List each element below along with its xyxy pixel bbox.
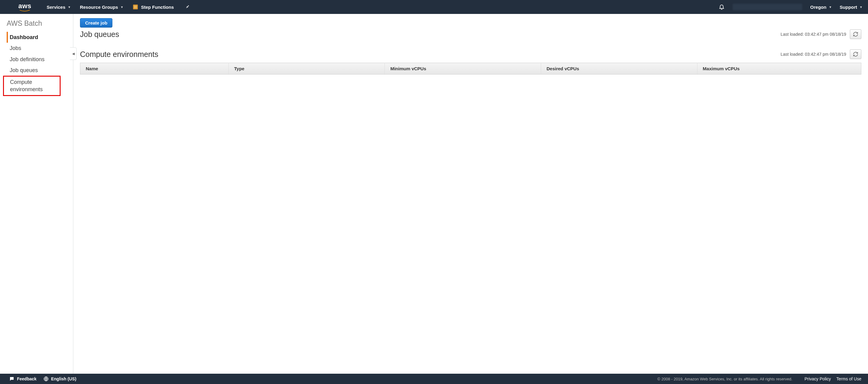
create-job-button[interactable]: Create job <box>80 18 113 28</box>
compute-environments-heading: Compute environments <box>80 50 158 59</box>
refresh-job-queues-button[interactable] <box>850 29 861 39</box>
footer: Feedback English (US) © 2008 - 2019, Ama… <box>0 374 868 384</box>
feedback-link[interactable]: Feedback <box>9 376 37 382</box>
account-name-obscured[interactable] <box>733 4 802 10</box>
feedback-label: Feedback <box>17 377 37 381</box>
services-menu[interactable]: Services ▼ <box>46 4 71 10</box>
col-maximum-vcpus[interactable]: Maximum vCPUs <box>697 63 861 74</box>
terms-of-use-link[interactable]: Terms of Use <box>836 377 861 381</box>
aws-logo-text: aws <box>18 3 31 9</box>
pinned-service-step-functions[interactable]: Step Functions <box>132 4 174 10</box>
region-menu[interactable]: Oregon ▼ <box>810 4 832 10</box>
aws-smile-icon <box>18 10 32 11</box>
pin-icon[interactable] <box>185 4 190 10</box>
chevron-left-icon: ◀ <box>72 52 74 56</box>
caret-down-icon: ▼ <box>68 5 71 9</box>
sidebar-item-job-queues[interactable]: Job queues <box>7 65 73 76</box>
region-label: Oregon <box>810 4 826 10</box>
sidebar-collapse-toggle[interactable]: ◀ <box>70 47 76 60</box>
col-desired-vcpus[interactable]: Desired vCPUs <box>541 63 698 74</box>
job-queues-heading: Job queues <box>80 30 119 39</box>
topnav-right: Oregon ▼ Support ▼ <box>719 4 863 10</box>
col-minimum-vcpus[interactable]: Minimum vCPUs <box>385 63 541 74</box>
privacy-policy-link[interactable]: Privacy Policy <box>804 377 831 381</box>
refresh-icon <box>853 32 858 37</box>
aws-logo[interactable]: aws <box>18 3 32 11</box>
main-content: Create job Job queues Last loaded: 03:42… <box>73 14 868 374</box>
compute-environments-table: Name Type Minimum vCPUs Desired vCPUs Ma… <box>80 63 861 74</box>
compute-envs-last-loaded: Last loaded: 03:42:47 pm 08/18/19 <box>781 52 846 57</box>
refresh-icon <box>853 52 858 57</box>
language-selector[interactable]: English (US) <box>43 376 76 382</box>
pinned-service-label: Step Functions <box>141 4 174 10</box>
sidebar-item-jobs[interactable]: Jobs <box>7 43 73 54</box>
sidebar-nav-list: Dashboard Jobs Job definitions Job queue… <box>7 32 73 96</box>
globe-icon <box>43 376 49 382</box>
job-queues-last-loaded: Last loaded: 03:42:47 pm 08/18/19 <box>781 32 846 37</box>
col-type[interactable]: Type <box>228 63 385 74</box>
svg-rect-1 <box>134 5 137 8</box>
col-name[interactable]: Name <box>80 63 229 74</box>
notifications-bell[interactable] <box>719 4 725 10</box>
service-title: AWS Batch <box>7 20 73 28</box>
refresh-compute-envs-button[interactable] <box>850 50 861 59</box>
step-functions-icon <box>132 4 138 10</box>
sidebar-item-job-definitions[interactable]: Job definitions <box>7 54 73 65</box>
caret-down-icon: ▼ <box>121 5 124 9</box>
resource-groups-menu[interactable]: Resource Groups ▼ <box>80 4 124 10</box>
resource-groups-label: Resource Groups <box>80 4 118 10</box>
services-label: Services <box>46 4 65 10</box>
table-header-row: Name Type Minimum vCPUs Desired vCPUs Ma… <box>80 63 861 74</box>
support-label: Support <box>840 4 858 10</box>
copyright-text: © 2008 - 2019, Amazon Web Services, Inc.… <box>657 377 793 381</box>
sidebar: AWS Batch Dashboard Jobs Job definitions… <box>0 14 73 374</box>
caret-down-icon: ▼ <box>829 5 832 9</box>
sidebar-item-dashboard[interactable]: Dashboard <box>7 32 73 43</box>
language-label: English (US) <box>51 377 76 381</box>
support-menu[interactable]: Support ▼ <box>840 4 863 10</box>
caret-down-icon: ▼ <box>860 5 863 9</box>
sidebar-item-compute-environments[interactable]: Compute environments <box>3 76 61 96</box>
speech-bubble-icon <box>9 376 14 382</box>
bell-icon <box>719 4 725 10</box>
top-nav: aws Services ▼ Resource Groups ▼ Step Fu… <box>0 0 868 14</box>
